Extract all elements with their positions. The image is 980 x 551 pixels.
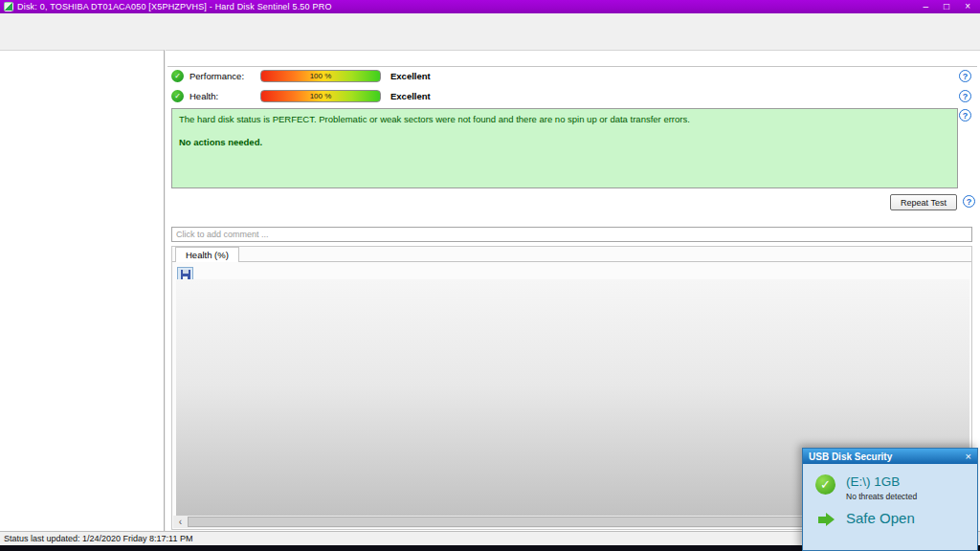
scan-result-row: ✓ (E:\) 1GB No threats detected bbox=[815, 474, 977, 501]
performance-label: Performance: bbox=[189, 71, 260, 81]
status-bar-text: Status last updated: 1/24/2020 Friday 8:… bbox=[4, 534, 192, 543]
floppy-disk-icon bbox=[181, 270, 190, 279]
menu-bar bbox=[0, 13, 980, 27]
app-icon bbox=[4, 2, 13, 11]
repeat-test-help-icon[interactable]: ? bbox=[963, 195, 975, 208]
popup-body: ✓ (E:\) 1GB No threats detected Safe Ope… bbox=[803, 464, 977, 550]
hard-disk-sentinel-window: Disk: 0, TOSHIBA DT01ACA050 [X5PHZPVHS] … bbox=[0, 0, 980, 551]
usb-disk-security-popup: USB Disk Security × ✓ (E:\) 1GB No threa… bbox=[802, 448, 978, 551]
disk-status-text: The hard disk status is PERFECT. Problem… bbox=[179, 114, 950, 124]
toolbar bbox=[0, 27, 980, 49]
popup-close-icon[interactable]: × bbox=[966, 451, 971, 462]
disk-status-action: No actions needed. bbox=[179, 137, 950, 147]
safe-open-link[interactable]: Safe Open bbox=[846, 510, 915, 526]
restore-button[interactable]: □ bbox=[944, 1, 949, 12]
performance-bar: 100 % bbox=[260, 70, 381, 82]
health-bar: 100 % bbox=[260, 90, 381, 102]
health-ok-icon: ✓ bbox=[171, 90, 184, 102]
chart-panel-divider bbox=[172, 261, 971, 262]
main-tab-bar bbox=[167, 51, 977, 67]
disk-status-textbox: The hard disk status is PERFECT. Problem… bbox=[171, 108, 958, 188]
no-threats-check-icon: ✓ bbox=[815, 474, 835, 495]
performance-help-icon[interactable]: ? bbox=[959, 70, 971, 82]
disk-sidebar bbox=[0, 50, 165, 531]
minimize-button[interactable]: – bbox=[924, 1, 929, 12]
repeat-test-button[interactable]: Repeat Test bbox=[890, 194, 957, 210]
safe-open-row[interactable]: Safe Open bbox=[815, 510, 977, 526]
health-label: Health: bbox=[189, 91, 260, 101]
status-help-icon[interactable]: ? bbox=[959, 109, 971, 121]
safe-open-arrow-icon bbox=[815, 513, 835, 526]
performance-row: ✓ Performance: 100 % Excellent bbox=[171, 70, 431, 82]
scan-status: No threats detected bbox=[846, 492, 917, 501]
popup-title: USB Disk Security bbox=[809, 452, 892, 462]
window-controls: – □ × bbox=[924, 1, 976, 12]
health-rating: Excellent bbox=[390, 91, 431, 101]
performance-rating: Excellent bbox=[390, 71, 431, 81]
health-chart-tab[interactable]: Health (%) bbox=[175, 247, 239, 262]
performance-ok-icon: ✓ bbox=[171, 70, 184, 82]
scanned-drive: (E:\) 1GB bbox=[846, 474, 917, 489]
comment-input[interactable] bbox=[171, 227, 972, 242]
window-title: Disk: 0, TOSHIBA DT01ACA050 [X5PHZPVHS] … bbox=[17, 2, 332, 11]
close-button[interactable]: × bbox=[965, 1, 970, 12]
popup-title-bar: USB Disk Security × bbox=[803, 449, 977, 464]
title-bar: Disk: 0, TOSHIBA DT01ACA050 [X5PHZPVHS] … bbox=[0, 0, 980, 13]
health-help-icon[interactable]: ? bbox=[959, 90, 971, 102]
scroll-left-icon[interactable]: ‹ bbox=[173, 516, 188, 528]
health-row: ✓ Health: 100 % Excellent bbox=[171, 90, 431, 102]
